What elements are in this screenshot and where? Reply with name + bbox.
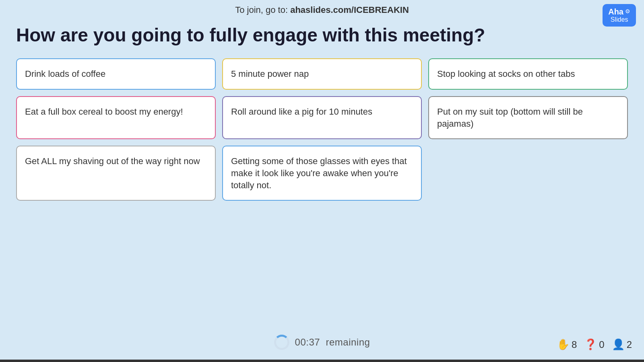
stat-stat-questions[interactable]: ❓0 (584, 338, 604, 351)
logo-slides-text: Slides (611, 16, 628, 23)
logo-icon: ⚙ (625, 8, 630, 14)
timer-container: 00:37 remaining (274, 335, 370, 350)
join-prefix: To join, go to: (235, 5, 290, 15)
stat-stat-hands[interactable]: ✋8 (557, 338, 577, 351)
join-instruction: To join, go to: ahaslides.com/ICEBREAKIN (235, 5, 409, 15)
join-url: ahaslides.com/ICEBREAKIN (290, 5, 409, 15)
timer-label: remaining (326, 337, 370, 348)
bottom-bar: 00:37 remaining (0, 335, 644, 350)
stat-people-value: 2 (627, 339, 632, 350)
stat-people-icon: 👤 (612, 338, 625, 351)
stat-questions-icon: ❓ (584, 338, 597, 351)
timer-time: 00:37 (295, 337, 320, 348)
timer-display: 00:37 remaining (295, 337, 370, 348)
stat-questions-value: 0 (599, 339, 604, 350)
card-card-3: Stop looking at socks on other tabs (428, 58, 628, 90)
bottom-line (0, 360, 644, 362)
main-question: How are you going to fully engage with t… (0, 20, 644, 58)
bottom-stats: ✋8❓0👤2 (557, 338, 632, 351)
logo-aha-text: Aha (608, 7, 623, 16)
stat-hands-value: 8 (572, 339, 577, 350)
card-card-2: 5 minute power nap (222, 58, 422, 90)
stat-stat-people[interactable]: 👤2 (612, 338, 632, 351)
timer-spinner (274, 335, 289, 350)
stat-hands-icon: ✋ (557, 338, 570, 351)
card-card-4: Eat a full box cereal to boost my energy… (16, 96, 216, 139)
ahaslides-logo[interactable]: Aha ⚙ Slides (603, 4, 636, 27)
card-card-5: Roll around like a pig for 10 minutes (222, 96, 422, 139)
card-card-6: Put on my suit top (bottom will still be… (428, 96, 628, 139)
top-bar: To join, go to: ahaslides.com/ICEBREAKIN… (0, 0, 644, 20)
card-card-1: Drink loads of coffee (16, 58, 216, 90)
cards-grid: Drink loads of coffee5 minute power napS… (0, 58, 644, 201)
card-card-8: Getting some of those glasses with eyes … (222, 146, 422, 201)
card-card-7: Get ALL my shaving out of the way right … (16, 146, 216, 201)
